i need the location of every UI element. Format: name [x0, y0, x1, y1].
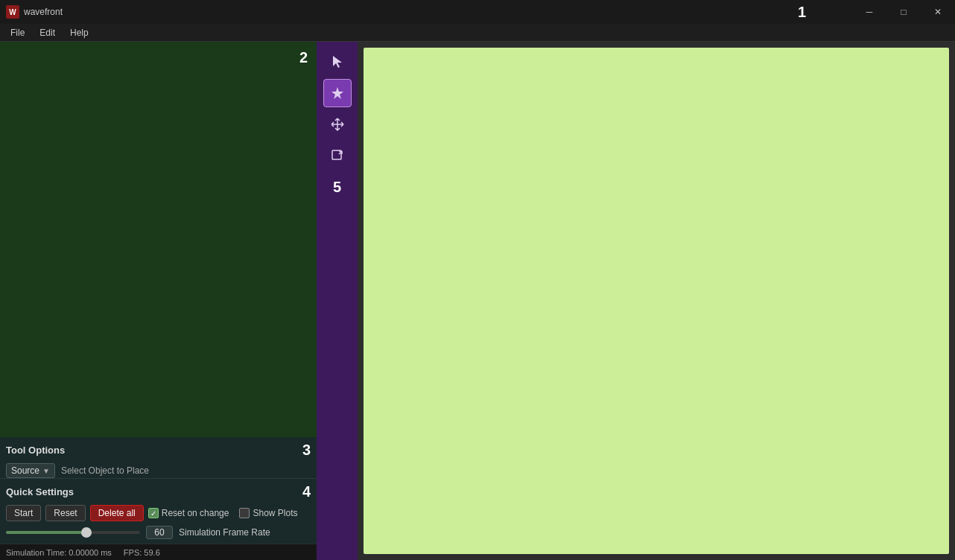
quick-settings-title: Quick Settings — [6, 486, 74, 497]
select-tool-button[interactable] — [323, 48, 352, 76]
label-2: 2 — [299, 49, 308, 66]
fps-slider-fill — [6, 531, 86, 534]
select-hint: Select Object to Place — [61, 465, 149, 476]
quick-settings-header: Quick Settings 4 — [6, 483, 311, 500]
toolbar: 5 — [317, 42, 358, 560]
reset-on-change-checkbox[interactable]: ✓ — [148, 508, 159, 518]
app-title: wavefront — [24, 7, 63, 17]
reset-on-change-label: Reset on change — [162, 508, 229, 518]
show-plots-checkbox[interactable] — [239, 508, 250, 518]
menu-bar: File Edit Help — [0, 24, 955, 42]
move-tool-button[interactable] — [323, 110, 352, 139]
tool-options-panel: Tool Options 3 Source ▼ Select Object to… — [0, 437, 317, 478]
label-4: 4 — [302, 483, 311, 500]
label-3: 3 — [302, 442, 311, 459]
simulation-canvas[interactable] — [364, 48, 949, 554]
view-area[interactable]: 2 — [0, 42, 317, 437]
fps-slider[interactable] — [6, 531, 140, 534]
fps-label: Simulation Frame Rate — [179, 527, 270, 538]
fps-status: FPS: 59.6 — [124, 548, 160, 557]
minimize-button[interactable]: ─ — [852, 0, 886, 24]
window-controls: ─ □ ✕ — [852, 0, 955, 24]
label-1: 1 — [798, 4, 806, 21]
delete-all-button[interactable]: Delete all — [90, 505, 144, 521]
sim-time-status: Simulation Time: 0.00000 ms — [6, 548, 112, 557]
fps-slider-thumb[interactable] — [81, 527, 92, 538]
menu-help[interactable]: Help — [63, 26, 96, 39]
reset-button[interactable]: Reset — [45, 505, 85, 521]
tool-options-title: Tool Options — [6, 445, 65, 456]
menu-edit[interactable]: Edit — [32, 26, 63, 39]
show-plots-label: Show Plots — [253, 508, 297, 518]
quick-settings-panel: Quick Settings 4 Start Reset Delete all … — [0, 478, 317, 544]
fps-value-input[interactable] — [146, 526, 173, 539]
slider-row: Simulation Frame Rate — [6, 526, 311, 539]
start-button[interactable]: Start — [6, 505, 41, 521]
export-tool-button[interactable] — [323, 141, 352, 170]
quick-btn-row: Start Reset Delete all ✓ Reset on change… — [6, 505, 311, 521]
main-layout: 2 Tool Options 3 Source ▼ Select Object … — [0, 42, 955, 560]
maximize-button[interactable]: □ — [886, 0, 921, 24]
right-outer: 6 — [358, 42, 955, 560]
source-dropdown[interactable]: Source ▼ — [6, 463, 55, 478]
close-button[interactable]: ✕ — [921, 0, 955, 24]
checkbox-row: ✓ Reset on change Show Plots — [148, 508, 298, 518]
menu-file[interactable]: File — [3, 26, 32, 39]
checkmark-icon: ✓ — [150, 509, 156, 518]
reset-on-change-checkbox-item[interactable]: ✓ Reset on change — [148, 508, 229, 518]
title-bar: W wavefront 1 ─ □ ✕ — [0, 0, 955, 24]
tool-options-row: Source ▼ Select Object to Place — [6, 463, 311, 478]
status-bar: Simulation Time: 0.00000 ms FPS: 59.6 — [0, 544, 317, 560]
svg-rect-2 — [332, 150, 341, 159]
label-5: 5 — [333, 179, 341, 196]
dropdown-arrow-icon: ▼ — [42, 467, 50, 475]
svg-marker-0 — [333, 56, 342, 68]
tool-options-header: Tool Options 3 — [6, 442, 311, 459]
app-icon: W — [6, 5, 19, 19]
show-plots-checkbox-item[interactable]: Show Plots — [239, 508, 297, 518]
source-label: Source — [11, 465, 39, 476]
svg-marker-1 — [331, 87, 343, 99]
magic-select-tool-button[interactable] — [323, 79, 352, 107]
left-panel: 2 Tool Options 3 Source ▼ Select Object … — [0, 42, 317, 560]
